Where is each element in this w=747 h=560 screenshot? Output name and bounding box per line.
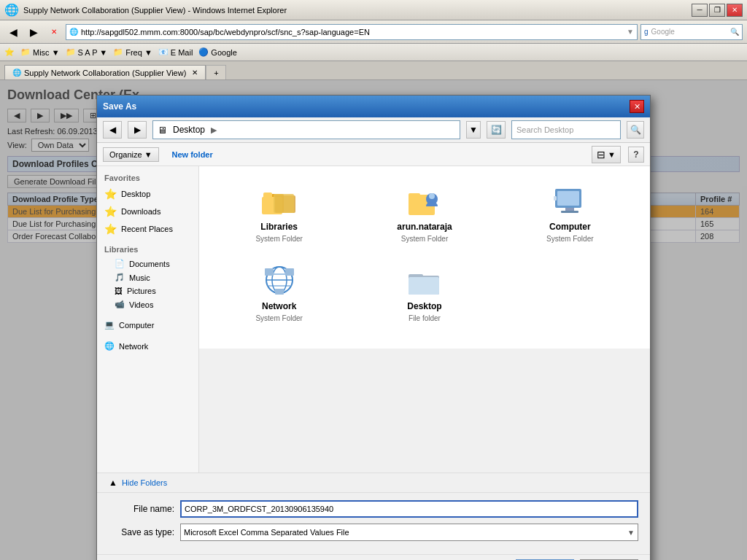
user-folder-icon <box>407 184 442 219</box>
file-item-network[interactable]: Network System Folder <box>211 257 347 328</box>
close-button[interactable]: ✕ <box>727 4 743 17</box>
dialog-files: Libraries System Folder <box>199 166 650 349</box>
network-name: Network <box>262 301 296 311</box>
svg-rect-24 <box>409 277 439 295</box>
nav-item-pictures[interactable]: 🖼 Pictures <box>100 284 196 298</box>
nav-item-desktop[interactable]: ⭐ Desktop <box>100 185 196 203</box>
dialog-refresh-button[interactable]: 🔄 <box>487 121 506 139</box>
svg-rect-6 <box>409 193 420 198</box>
svg-rect-13 <box>554 196 557 201</box>
save-type-label: Save as type: <box>109 527 174 537</box>
dialog-search[interactable]: Search Desktop <box>511 120 621 139</box>
dialog-close-button[interactable]: ✕ <box>630 100 644 113</box>
dialog-title: Save As <box>103 101 136 112</box>
nav-item-downloads[interactable]: ⭐ Downloads <box>100 203 196 220</box>
nav-item-documents[interactable]: 📄 Documents <box>100 257 196 271</box>
nav-item-videos[interactable]: 📹 Videos <box>100 298 196 311</box>
search-box[interactable]: g Google 🔍 <box>640 24 743 40</box>
fav-misc[interactable]: 📁 Misc ▼ <box>20 47 60 57</box>
dialog-titlebar: Save As ✕ <box>97 96 650 117</box>
window-controls: ─ ❐ ✕ <box>692 4 743 17</box>
dialog-buttons: Save Cancel <box>97 554 650 560</box>
dialog-actions-bar: Organize ▼ New folder ⊟ ▼ ? <box>97 143 650 166</box>
dialog-body: Favorites ⭐ Desktop ⭐ Downloads ⭐ Recent… <box>97 166 650 472</box>
stop-button[interactable]: ✕ <box>45 24 63 40</box>
help-button[interactable]: ? <box>628 147 644 163</box>
file-name-label: File name: <box>109 504 174 514</box>
minimize-button[interactable]: ─ <box>692 4 708 17</box>
organize-button[interactable]: Organize ▼ <box>103 147 159 162</box>
location-text: Desktop <box>173 125 205 135</box>
libraries-name: Libraries <box>260 222 298 232</box>
browser-titlebar: 🌐 Supply Network Collaboration (Supplier… <box>0 0 747 20</box>
favorites-group-title: Favorites <box>100 172 196 184</box>
fav-sap[interactable]: 📁 S A P ▼ <box>66 47 108 57</box>
location-bar[interactable]: 🖥 Desktop ▶ <box>152 120 460 139</box>
new-folder-button[interactable]: New folder <box>166 148 219 161</box>
svg-rect-2 <box>263 192 272 198</box>
url-text: http://sapgdl502.mmm.com:8000/sap/bc/web… <box>81 28 624 36</box>
dialog-forward-button[interactable]: ▶ <box>128 121 147 139</box>
search-icon-button[interactable]: 🔍 <box>627 121 644 139</box>
svg-rect-10 <box>557 191 579 206</box>
forward-button[interactable]: ▶ <box>25 24 42 40</box>
network-nav-icon: 🌐 <box>104 341 115 351</box>
dialog-back-button[interactable]: ◀ <box>103 121 122 139</box>
desktop-type: File folder <box>409 314 441 322</box>
computer-icon <box>552 184 587 219</box>
fav-google[interactable]: 🔵 Google <box>198 47 236 57</box>
back-button[interactable]: ◀ <box>4 24 22 40</box>
tab-bar: 🌐 Supply Network Collaboration (Supplier… <box>0 61 747 80</box>
save-type-value: Microsoft Excel Comma Separated Values F… <box>184 528 349 537</box>
desktop-folder-icon <box>407 263 442 298</box>
network-type: System Folder <box>255 314 302 322</box>
hide-folders-icon: ▲ <box>109 478 117 488</box>
save-type-select[interactable]: Microsoft Excel Comma Separated Values F… <box>180 524 638 541</box>
location-dropdown[interactable]: ▼ <box>466 121 481 139</box>
user-type: System Folder <box>401 235 448 243</box>
computer-nav-icon: 💻 <box>104 320 115 330</box>
nav-item-music[interactable]: 🎵 Music <box>100 271 196 284</box>
restore-button[interactable]: ❐ <box>709 4 725 17</box>
hide-folders-label[interactable]: Hide Folders <box>122 478 167 487</box>
file-item-computer[interactable]: Computer System Folder <box>502 178 638 249</box>
browser-toolbar: ◀ ▶ ✕ 🌐 http://sapgdl502.mmm.com:8000/sa… <box>0 20 747 44</box>
network-icon <box>262 263 297 298</box>
file-item-libraries[interactable]: Libraries System Folder <box>211 178 347 249</box>
fav-freq[interactable]: 📁 Freq ▼ <box>113 47 152 57</box>
svg-rect-12 <box>561 211 578 213</box>
file-item-desktop[interactable]: Desktop File folder <box>356 257 492 328</box>
file-item-user[interactable]: arun.nataraja System Folder <box>356 178 492 249</box>
svg-rect-21 <box>275 289 284 295</box>
new-tab-button[interactable]: + <box>206 65 226 79</box>
tab-snc[interactable]: 🌐 Supply Network Collaboration (Supplier… <box>4 65 206 79</box>
svg-point-8 <box>429 193 435 199</box>
nav-item-network[interactable]: 🌐 Network <box>100 338 196 354</box>
libraries-icon <box>262 184 297 219</box>
dropdown-arrow-icon: ▼ <box>627 529 635 537</box>
nav-item-recent[interactable]: ⭐ Recent Places <box>100 220 196 238</box>
downloads-nav-icon: ⭐ <box>104 206 117 217</box>
view-button[interactable]: ⊟ ▼ <box>592 146 621 163</box>
dialog-overlay: Save As ✕ ◀ ▶ 🖥 Desktop ▶ ▼ 🔄 Search Des… <box>0 80 747 560</box>
desktop-name: Desktop <box>407 301 441 311</box>
documents-nav-icon: 📄 <box>115 259 125 268</box>
file-name-input[interactable] <box>180 500 638 518</box>
filename-row: File name: <box>109 500 638 518</box>
dialog-bottom-fields: File name: Save as type: Microsoft Excel… <box>97 492 650 554</box>
fav-email[interactable]: 📧 E Mail <box>158 47 193 57</box>
desktop-nav-icon: ⭐ <box>104 188 117 200</box>
nav-item-computer[interactable]: 💻 Computer <box>100 317 196 332</box>
favorites-bar: ⭐ 📁 Misc ▼ 📁 S A P ▼ 📁 Freq ▼ 📧 E Mail 🔵… <box>0 44 747 61</box>
computer-type: System Folder <box>546 235 593 243</box>
savetype-row: Save as type: Microsoft Excel Comma Sepa… <box>109 524 638 541</box>
hide-folders-row: ▲ Hide Folders <box>97 472 650 492</box>
ie-icon: 🌐 <box>4 3 19 17</box>
browser-title: Supply Network Collaboration (Supplier V… <box>23 6 687 15</box>
videos-nav-icon: 📹 <box>115 300 125 309</box>
computer-name: Computer <box>549 222 591 232</box>
page-content: Download Center (Ex ◀ ▶ ▶▶ ⊞ Exceptions … <box>0 80 747 560</box>
dialog-left-nav: Favorites ⭐ Desktop ⭐ Downloads ⭐ Recent… <box>97 166 199 472</box>
user-name: arun.nataraja <box>397 222 452 232</box>
address-bar[interactable]: 🌐 http://sapgdl502.mmm.com:8000/sap/bc/w… <box>66 24 638 40</box>
